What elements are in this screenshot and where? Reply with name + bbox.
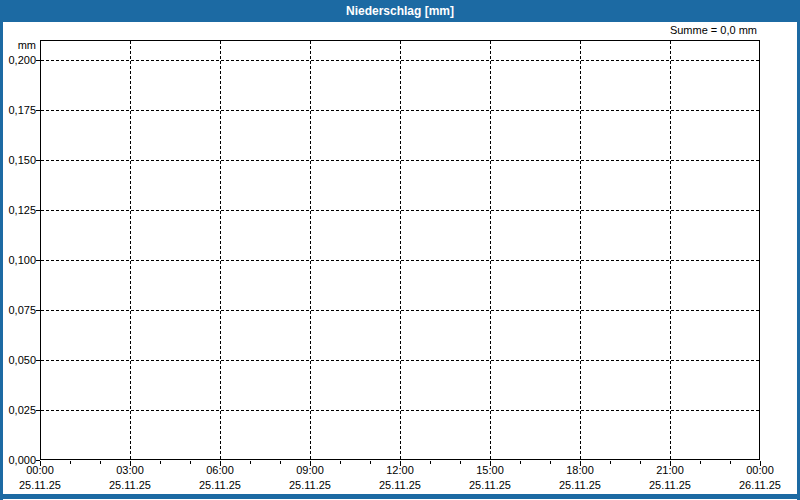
x-axis-date-label: 25.11.25 [535, 479, 625, 492]
x-minor-tick-mark [700, 461, 701, 464]
y-axis-tick-label: 0,025 [0, 403, 36, 417]
x-minor-tick-mark [190, 461, 191, 464]
x-minor-tick-mark [430, 461, 431, 464]
y-axis-tick-label: 0,125 [0, 203, 36, 217]
x-axis-date-label: 25.11.25 [85, 479, 175, 492]
x-minor-tick-mark [100, 461, 101, 464]
chart-title-bar: Niederschlag [mm] [0, 0, 800, 22]
x-axis-time-label: 00:00 [0, 464, 85, 477]
precipitation-chart-window: Niederschlag [mm] Summe = 0,0 mm mm 0,20… [0, 0, 800, 500]
y-tick-mark [36, 260, 40, 261]
x-axis-time-label: 12:00 [355, 464, 445, 477]
x-axis-date-label: 25.11.25 [445, 479, 535, 492]
x-axis-date-label: 25.11.25 [625, 479, 715, 492]
x-axis-date-label: 25.11.25 [175, 479, 265, 492]
x-axis-time-label: 09:00 [265, 464, 355, 477]
y-axis-tick-label: 0,175 [0, 103, 36, 117]
y-tick-mark [36, 410, 40, 411]
x-gridline [400, 41, 401, 459]
x-minor-tick-mark [520, 461, 521, 464]
x-minor-tick-mark [250, 461, 251, 464]
y-axis-tick-label: 0,050 [0, 353, 36, 367]
x-axis-time-label: 15:00 [445, 464, 535, 477]
x-gridline [130, 41, 131, 459]
y-tick-mark [36, 310, 40, 311]
x-gridline [220, 41, 221, 459]
x-axis-date-label: 26.11.25 [715, 479, 800, 492]
x-axis-time-label: 00:00 [715, 464, 800, 477]
x-axis-time-label: 03:00 [85, 464, 175, 477]
y-axis-unit-label: mm [0, 38, 36, 52]
x-gridline [310, 41, 311, 459]
y-axis-tick-label: 0,100 [0, 253, 36, 267]
x-minor-tick-mark [370, 461, 371, 464]
chart-title: Niederschlag [mm] [346, 4, 454, 18]
x-minor-tick-mark [160, 461, 161, 464]
y-tick-mark [36, 210, 40, 211]
y-tick-mark [36, 360, 40, 361]
x-minor-tick-mark [550, 461, 551, 464]
x-axis-time-label: 06:00 [175, 464, 265, 477]
sum-annotation: Summe = 0,0 mm [670, 24, 757, 37]
x-minor-tick-mark [340, 461, 341, 464]
x-axis-date-label: 25.11.25 [355, 479, 445, 492]
y-axis-tick-label: 0,200 [0, 53, 36, 67]
y-tick-mark [36, 110, 40, 111]
x-gridline [490, 41, 491, 459]
x-gridline [670, 41, 671, 459]
x-axis-time-label: 21:00 [625, 464, 715, 477]
x-axis-time-label: 18:00 [535, 464, 625, 477]
x-axis-date-label: 25.11.25 [0, 479, 85, 492]
y-axis-tick-label: 0,150 [0, 153, 36, 167]
x-minor-tick-mark [70, 461, 71, 464]
x-gridline [580, 41, 581, 459]
x-minor-tick-mark [730, 461, 731, 464]
y-tick-mark [36, 60, 40, 61]
x-minor-tick-mark [460, 461, 461, 464]
x-axis-date-label: 25.11.25 [265, 479, 355, 492]
y-tick-mark [36, 160, 40, 161]
window-border-bottom [0, 494, 800, 499]
x-minor-tick-mark [610, 461, 611, 464]
x-minor-tick-mark [640, 461, 641, 464]
y-axis-tick-label: 0,075 [0, 303, 36, 317]
x-minor-tick-mark [280, 461, 281, 464]
